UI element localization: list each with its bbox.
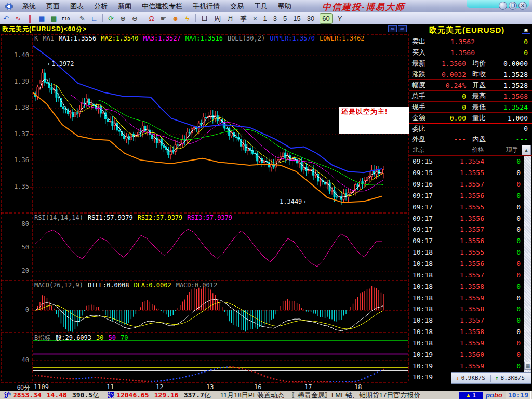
draw-icon[interactable]: ✎ bbox=[77, 14, 88, 23]
period-button-Y[interactable]: Y bbox=[338, 14, 342, 23]
quote-value: 1.3568 bbox=[495, 92, 532, 100]
period-button-60[interactable]: 60 bbox=[320, 13, 332, 24]
indicator-value: K bbox=[34, 35, 38, 42]
tick-row: 09:171.35560 bbox=[409, 190, 532, 202]
indicator-value: RSI(14,14,14) bbox=[34, 214, 83, 221]
menu-item-2[interactable]: 页面 bbox=[41, 0, 65, 12]
alert-bell-icon[interactable]: Ω bbox=[146, 14, 157, 23]
next-contract-button[interactable]: ⇨ bbox=[398, 25, 407, 32]
chart-canvas[interactable]: ←1.39721.3449→ bbox=[0, 34, 409, 383]
indicator-value: RSI2:57.9379 bbox=[138, 214, 183, 221]
tick-row: 09:161.35570 bbox=[409, 179, 532, 190]
quote-value: 0 bbox=[433, 103, 472, 111]
time-axis-label: 13 bbox=[206, 383, 214, 391]
hand-icon[interactable]: ☛ bbox=[158, 14, 169, 23]
menu-item-10[interactable]: 帮助 bbox=[273, 0, 297, 12]
tick-price: 1.3554 bbox=[436, 157, 484, 165]
quote-value: --- bbox=[433, 135, 472, 143]
toolbar-divider bbox=[195, 14, 196, 22]
time-axis-label: 11 bbox=[107, 383, 114, 391]
quote-label: 委比 bbox=[409, 124, 433, 134]
report-icon[interactable]: ▤ bbox=[48, 14, 59, 23]
tick-time: 09:17 bbox=[409, 215, 436, 222]
quote-label: 金额 bbox=[409, 113, 433, 123]
tick-time: 09:17 bbox=[409, 203, 436, 211]
period-button-5[interactable]: 5 bbox=[283, 14, 287, 23]
period-button-周[interactable]: 周 bbox=[214, 14, 221, 23]
users-icon[interactable]: ☻ bbox=[170, 14, 181, 23]
refresh-icon[interactable]: ⟳ bbox=[105, 14, 116, 23]
prev-contract-button[interactable]: ⇦ bbox=[388, 25, 397, 32]
quote-row-买入: 买入1.35600 bbox=[409, 47, 532, 58]
network-status: ↓ 0.9KB/S ↑ 8.3KB/S bbox=[451, 372, 531, 384]
quote-grid-icon[interactable]: ▦ bbox=[36, 14, 47, 23]
tick-row: 10:181.35550 bbox=[409, 247, 532, 258]
period-button-季[interactable]: 季 bbox=[240, 14, 247, 23]
period-button-1[interactable]: 1 bbox=[263, 14, 267, 23]
alert-count: 1 bbox=[472, 392, 475, 398]
close-button[interactable]: ✕ bbox=[518, 2, 527, 10]
upload-speed: 8.3KB/S bbox=[501, 375, 525, 381]
scrollbar-thumb[interactable]: ▦ bbox=[524, 362, 531, 370]
main-indicator-labels: KMA1MA1:1.3556MA2:1.3540MA3:1.3527MA4:1.… bbox=[34, 35, 369, 42]
menu-item-9[interactable]: 工具 bbox=[249, 0, 273, 12]
quote-value: 0.24% bbox=[433, 82, 472, 89]
tick-list: 09:151.3554009:151.3555009:161.3557009:1… bbox=[409, 156, 532, 391]
flash-icon[interactable]: ϟ bbox=[182, 14, 193, 23]
quote-value: 1.3562 bbox=[433, 38, 475, 46]
alert-triangle-icon: ▲ bbox=[466, 392, 471, 398]
period-button-15[interactable]: 15 bbox=[293, 14, 300, 23]
sz-market-label: 深 bbox=[108, 391, 114, 399]
menu-item-5[interactable]: 新闻 bbox=[113, 0, 137, 12]
time-axis-label: 1109 bbox=[34, 383, 49, 391]
time-axis-label: 16 bbox=[254, 383, 261, 391]
svg-text:1.3449→: 1.3449→ bbox=[280, 198, 306, 205]
menu-item-7[interactable]: 手机行情 bbox=[188, 0, 225, 12]
period-button-3[interactable]: 3 bbox=[273, 14, 277, 23]
alert-badge[interactable]: ▲ 1 bbox=[459, 392, 483, 399]
line-chart-icon[interactable]: ∿ bbox=[12, 14, 23, 23]
tick-price: 1.3556 bbox=[436, 237, 484, 245]
zoom-in-icon[interactable]: ⊕ bbox=[117, 14, 128, 23]
zoom-out-icon[interactable]: ⊖ bbox=[129, 14, 140, 23]
panel-expand-button[interactable]: ▣ bbox=[522, 26, 530, 34]
tick-time: 10:19 bbox=[409, 351, 436, 358]
tick-row: 09:151.35540 bbox=[409, 156, 532, 167]
quote-value: 1.3560 bbox=[433, 60, 472, 68]
quote-value: 0 bbox=[433, 92, 472, 100]
period-button-日[interactable]: 日 bbox=[201, 14, 208, 23]
quote-label: 最新 bbox=[409, 59, 433, 68]
indicator-value: MA1:1.3556 bbox=[59, 35, 96, 42]
period-button-月[interactable]: 月 bbox=[227, 14, 234, 23]
tick-price: 1.3556 bbox=[436, 260, 484, 268]
menu-item-3[interactable]: 图表 bbox=[65, 0, 89, 12]
sh-market-label: 沪 bbox=[4, 391, 11, 399]
macd-axis-label: 0 bbox=[0, 306, 29, 313]
menu-item-4[interactable]: 分析 bbox=[89, 0, 113, 12]
period-button-×[interactable]: × bbox=[253, 14, 257, 23]
news-ticker[interactable]: 11月18日PE装置动态 〖稀贵金属〗LME钴、钼期货17日官方报价 bbox=[215, 391, 459, 399]
restore-button[interactable]: ❐ bbox=[509, 2, 517, 10]
quote-panel: 欧元美元(EURUSD) ▣ 卖出1.35620买入1.35600最新1.356… bbox=[409, 24, 532, 391]
tick-row: 10:181.35570 bbox=[409, 315, 532, 326]
minimize-button[interactable]: ─ bbox=[499, 2, 507, 10]
indicator-value: UPPER:1.3570 bbox=[270, 35, 315, 42]
quote-label: 现手 bbox=[409, 102, 433, 112]
menu-item-8[interactable]: 交易 bbox=[225, 0, 249, 12]
kline-icon[interactable]: ║ bbox=[24, 14, 35, 23]
app-icon[interactable] bbox=[5, 3, 13, 10]
scroll-up-button[interactable]: ▲ bbox=[522, 145, 531, 155]
menu-item-6[interactable]: 中信建投专栏 bbox=[137, 0, 188, 12]
tick-scrollbar[interactable]: ▦ bbox=[524, 156, 531, 383]
tick-time: 10:18 bbox=[409, 271, 436, 279]
period-button-30[interactable]: 30 bbox=[307, 14, 314, 23]
tick-time: 09:15 bbox=[409, 157, 436, 165]
price-axis-label: 1.39 bbox=[0, 78, 29, 85]
f10-icon[interactable]: F10 bbox=[60, 14, 71, 23]
quote-label: 量比 bbox=[472, 113, 495, 123]
measure-icon[interactable]: ∟ bbox=[89, 14, 100, 23]
tick-time: 09:17 bbox=[409, 225, 436, 233]
back-icon[interactable]: ↶ bbox=[1, 14, 11, 23]
menu-item-1[interactable]: 系统 bbox=[17, 0, 41, 12]
quote-value: 0.00 bbox=[433, 114, 472, 122]
